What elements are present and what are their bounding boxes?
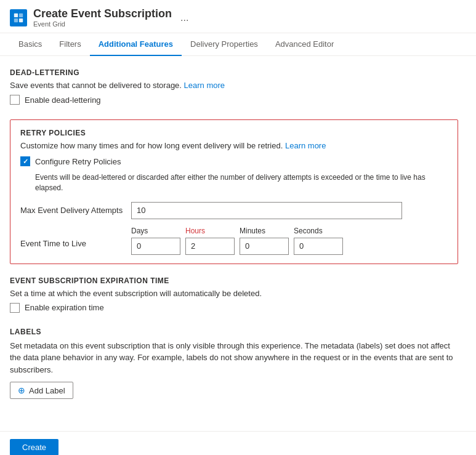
dead-lettering-learn-more-link[interactable]: Learn more xyxy=(184,81,225,90)
retry-events-note: Events will be dead-lettered or discarde… xyxy=(35,172,448,193)
dead-lettering-checkbox-label: Enable dead-lettering xyxy=(25,95,101,105)
event-grid-icon xyxy=(10,9,27,26)
labels-section: LABELS Set metadata on this event subscr… xyxy=(10,328,458,400)
ttl-minutes-label: Minutes xyxy=(240,227,289,235)
ttl-seconds-group: Seconds xyxy=(294,227,343,255)
configure-retry-checkbox[interactable] xyxy=(20,156,30,166)
tab-basics[interactable]: Basics xyxy=(10,33,50,56)
ttl-inputs-group: Days Hours Minutes Seconds xyxy=(131,227,448,255)
expiration-checkbox-row: Enable expiration time xyxy=(10,303,458,313)
retry-policies-title: RETRY POLICIES xyxy=(20,129,448,137)
retry-policies-desc: Customize how many times and for how lon… xyxy=(20,141,448,150)
page-header: Create Event Subscription Event Grid ... xyxy=(0,0,476,33)
dead-lettering-desc: Save events that cannot be delivered to … xyxy=(10,81,458,90)
main-content: DEAD-LETTERING Save events that cannot b… xyxy=(0,56,468,426)
add-label-button[interactable]: ⊕ Add Label xyxy=(10,382,73,399)
ttl-seconds-label: Seconds xyxy=(294,227,343,235)
configure-retry-row: Configure Retry Policies xyxy=(20,156,448,166)
add-label-icon: ⊕ xyxy=(18,385,25,395)
add-label-text: Add Label xyxy=(29,386,65,395)
ttl-hours-input[interactable] xyxy=(185,238,235,255)
tab-delivery-properties[interactable]: Delivery Properties xyxy=(182,33,267,56)
ttl-minutes-input[interactable] xyxy=(240,238,289,255)
tab-filters[interactable]: Filters xyxy=(50,33,89,56)
max-attempts-input[interactable] xyxy=(131,202,402,219)
ttl-hours-group: Hours xyxy=(185,227,235,255)
expiration-checkbox-label: Enable expiration time xyxy=(25,303,104,312)
dead-lettering-checkbox[interactable] xyxy=(10,95,20,105)
configure-retry-label: Configure Retry Policies xyxy=(35,157,121,166)
labels-title: LABELS xyxy=(10,328,458,336)
ttl-days-label: Days xyxy=(131,227,180,235)
ttl-seconds-input[interactable] xyxy=(294,238,343,255)
retry-learn-more-link[interactable]: Learn more xyxy=(285,141,326,150)
svg-rect-0 xyxy=(14,13,18,17)
tab-advanced-editor[interactable]: Advanced Editor xyxy=(267,33,342,56)
ttl-days-input[interactable] xyxy=(131,238,180,255)
expiration-checkbox[interactable] xyxy=(10,303,20,313)
page-subtitle: Event Grid xyxy=(33,20,172,28)
ttl-row: Event Time to Live Days Hours Minutes Se… xyxy=(20,227,448,255)
expiration-title: EVENT SUBSCRIPTION EXPIRATION TIME xyxy=(10,276,458,285)
max-attempts-row: Max Event Delivery Attempts xyxy=(20,202,448,219)
labels-desc: Set metadata on this event subscription … xyxy=(10,340,458,376)
svg-rect-2 xyxy=(14,18,18,22)
svg-rect-1 xyxy=(19,13,23,17)
page-title: Create Event Subscription xyxy=(33,7,172,20)
ttl-minutes-group: Minutes xyxy=(240,227,289,255)
dead-lettering-title: DEAD-LETTERING xyxy=(10,68,458,77)
expiration-desc: Set a time at which the event subscripti… xyxy=(10,289,458,298)
ttl-label: Event Time to Live xyxy=(20,227,131,248)
max-attempts-label: Max Event Delivery Attempts xyxy=(20,206,131,215)
dead-lettering-checkbox-row: Enable dead-lettering xyxy=(10,95,458,105)
page-footer: Create xyxy=(0,431,476,455)
ttl-hours-label: Hours xyxy=(185,227,235,235)
dead-lettering-section: DEAD-LETTERING Save events that cannot b… xyxy=(10,68,458,105)
tab-bar: Basics Filters Additional Features Deliv… xyxy=(0,33,476,56)
tab-additional-features[interactable]: Additional Features xyxy=(90,33,182,56)
header-text-block: Create Event Subscription Event Grid xyxy=(33,7,172,28)
ttl-days-group: Days xyxy=(131,227,180,255)
svg-rect-3 xyxy=(19,18,23,22)
more-options-button[interactable]: ... xyxy=(180,12,188,23)
retry-policies-section: RETRY POLICIES Customize how many times … xyxy=(10,119,458,264)
expiration-section: EVENT SUBSCRIPTION EXPIRATION TIME Set a… xyxy=(10,276,458,313)
create-button[interactable]: Create xyxy=(10,439,58,455)
